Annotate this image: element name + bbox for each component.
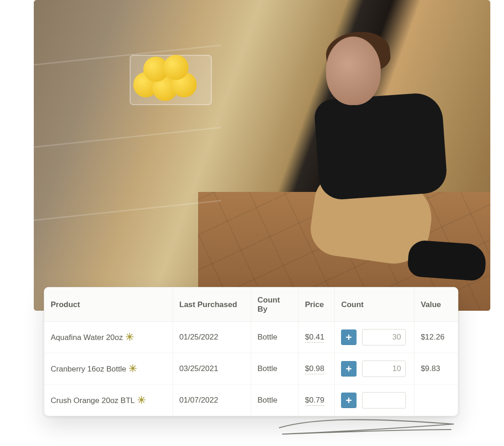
cell-price: $0.41 <box>298 322 334 353</box>
cell-count <box>335 322 414 353</box>
cell-price: $0.79 <box>298 385 334 416</box>
price-text[interactable]: $0.79 <box>305 396 325 406</box>
cell-value <box>414 385 458 416</box>
cell-last-purchased: 01/25/2022 <box>173 322 251 353</box>
header-last-purchased: Last Purchased <box>173 287 251 322</box>
inventory-table: Product Last Purchased Count By Price Co… <box>44 287 458 416</box>
increment-count-button[interactable] <box>341 361 357 377</box>
table-row: Aquafina Water 20oz01/25/2022Bottle$0.41… <box>44 322 458 353</box>
cell-product: Cranberry 16oz Bottle <box>44 353 173 385</box>
header-price: Price <box>298 287 334 322</box>
header-product: Product <box>44 287 173 322</box>
header-count: Count <box>335 287 414 322</box>
cell-count-by: Bottle <box>251 353 298 385</box>
count-input[interactable] <box>362 392 406 409</box>
person <box>271 27 481 283</box>
price-text[interactable]: $0.41 <box>305 333 325 343</box>
cell-last-purchased: 01/07/2022 <box>173 385 251 416</box>
table-row: Crush Orange 20oz BTL01/07/2022Bottle$0.… <box>44 385 458 416</box>
storage-room-photo <box>34 0 490 311</box>
cell-count <box>335 353 414 385</box>
count-input[interactable] <box>362 361 406 377</box>
header-count-by: Count By <box>251 287 298 322</box>
cell-value: $9.83 <box>414 353 458 385</box>
plus-icon <box>345 365 353 373</box>
header-value: Value <box>414 287 458 322</box>
cell-product: Crush Orange 20oz BTL <box>44 385 173 416</box>
shelf-line <box>34 127 221 149</box>
cell-count <box>335 385 414 416</box>
product-name: Crush Orange 20oz BTL <box>51 396 135 405</box>
inventory-table-card: Product Last Purchased Count By Price Co… <box>44 287 458 416</box>
decorative-scribble <box>278 414 456 440</box>
product-name: Cranberry 16oz Bottle <box>51 365 126 373</box>
cell-count-by: Bottle <box>251 322 298 353</box>
table-row: Cranberry 16oz Bottle03/25/2021Bottle$0.… <box>44 353 458 385</box>
table-header-row: Product Last Purchased Count By Price Co… <box>44 287 458 322</box>
burst-star-icon <box>129 364 137 372</box>
cell-price: $0.98 <box>298 353 334 385</box>
product-name: Aquafina Water 20oz <box>51 333 123 342</box>
count-input[interactable] <box>362 329 406 345</box>
cell-count-by: Bottle <box>251 385 298 416</box>
cell-value: $12.26 <box>414 322 458 353</box>
shelf-line <box>34 200 221 222</box>
lemons-bin <box>130 55 212 105</box>
plus-icon <box>345 333 353 341</box>
burst-star-icon <box>137 396 146 404</box>
plus-icon <box>345 396 353 404</box>
cell-last-purchased: 03/25/2021 <box>173 353 251 385</box>
increment-count-button[interactable] <box>341 393 357 408</box>
cell-product: Aquafina Water 20oz <box>44 322 173 353</box>
increment-count-button[interactable] <box>341 329 357 345</box>
burst-star-icon <box>126 333 134 341</box>
price-text[interactable]: $0.98 <box>305 364 325 374</box>
